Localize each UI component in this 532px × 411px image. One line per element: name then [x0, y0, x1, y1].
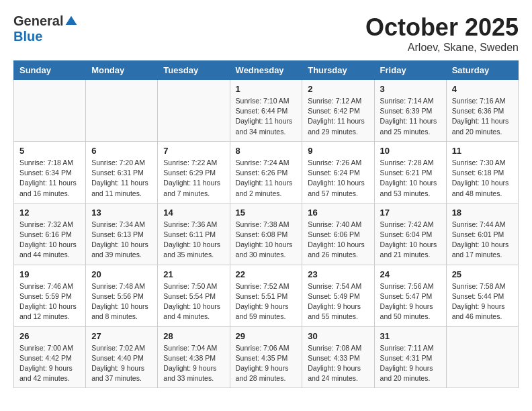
calendar-cell: 27Sunrise: 7:02 AM Sunset: 4:40 PM Dayli… — [86, 326, 158, 388]
day-info: Sunrise: 7:50 AM Sunset: 5:54 PM Dayligh… — [163, 281, 224, 322]
day-number: 24 — [380, 269, 441, 279]
calendar-cell: 29Sunrise: 7:06 AM Sunset: 4:35 PM Dayli… — [230, 326, 302, 388]
calendar-header-row: SundayMondayTuesdayWednesdayThursdayFrid… — [14, 61, 519, 80]
calendar-cell: 21Sunrise: 7:50 AM Sunset: 5:54 PM Dayli… — [158, 265, 230, 326]
calendar-cell: 11Sunrise: 7:30 AM Sunset: 6:18 PM Dayli… — [446, 141, 518, 203]
day-info: Sunrise: 7:26 AM Sunset: 6:24 PM Dayligh… — [308, 158, 368, 199]
day-info: Sunrise: 7:38 AM Sunset: 6:08 PM Dayligh… — [236, 220, 297, 261]
day-info: Sunrise: 7:52 AM Sunset: 5:51 PM Dayligh… — [236, 281, 297, 322]
calendar-cell: 3Sunrise: 7:14 AM Sunset: 6:39 PM Daylig… — [374, 80, 446, 142]
day-info: Sunrise: 7:24 AM Sunset: 6:26 PM Dayligh… — [236, 158, 297, 199]
calendar-cell: 20Sunrise: 7:48 AM Sunset: 5:56 PM Dayli… — [86, 265, 158, 326]
day-info: Sunrise: 7:08 AM Sunset: 4:33 PM Dayligh… — [308, 343, 368, 384]
day-info: Sunrise: 7:20 AM Sunset: 6:31 PM Dayligh… — [91, 158, 152, 199]
calendar-cell: 17Sunrise: 7:42 AM Sunset: 6:04 PM Dayli… — [374, 203, 446, 265]
day-info: Sunrise: 7:32 AM Sunset: 6:16 PM Dayligh… — [19, 220, 80, 261]
day-number: 26 — [19, 331, 80, 341]
weekday-header: Wednesday — [230, 61, 302, 80]
calendar-cell: 10Sunrise: 7:28 AM Sunset: 6:21 PM Dayli… — [374, 141, 446, 203]
day-info: Sunrise: 7:34 AM Sunset: 6:13 PM Dayligh… — [91, 220, 152, 261]
calendar-cell — [446, 326, 518, 388]
calendar-table: SundayMondayTuesdayWednesdayThursdayFrid… — [13, 60, 519, 388]
day-number: 29 — [236, 331, 297, 341]
calendar-week-row: 19Sunrise: 7:46 AM Sunset: 5:59 PM Dayli… — [14, 265, 519, 326]
day-number: 9 — [308, 146, 368, 156]
svg-marker-0 — [66, 15, 77, 24]
calendar-week-row: 1Sunrise: 7:10 AM Sunset: 6:44 PM Daylig… — [14, 80, 519, 142]
day-info: Sunrise: 7:30 AM Sunset: 6:18 PM Dayligh… — [452, 158, 513, 199]
page-header: General Blue October 2025 Arloev, Skane,… — [13, 13, 519, 54]
calendar-cell: 25Sunrise: 7:58 AM Sunset: 5:44 PM Dayli… — [446, 265, 518, 326]
day-number: 12 — [19, 208, 80, 218]
calendar-cell: 28Sunrise: 7:04 AM Sunset: 4:38 PM Dayli… — [158, 326, 230, 388]
calendar-week-row: 26Sunrise: 7:00 AM Sunset: 4:42 PM Dayli… — [14, 326, 519, 388]
day-info: Sunrise: 7:18 AM Sunset: 6:34 PM Dayligh… — [19, 158, 80, 199]
calendar-cell: 12Sunrise: 7:32 AM Sunset: 6:16 PM Dayli… — [14, 203, 86, 265]
calendar-cell — [86, 80, 158, 142]
day-info: Sunrise: 7:44 AM Sunset: 6:01 PM Dayligh… — [452, 220, 513, 261]
calendar-cell: 22Sunrise: 7:52 AM Sunset: 5:51 PM Dayli… — [230, 265, 302, 326]
weekday-header: Sunday — [14, 61, 86, 80]
day-info: Sunrise: 7:11 AM Sunset: 4:31 PM Dayligh… — [380, 343, 441, 384]
calendar-cell: 15Sunrise: 7:38 AM Sunset: 6:08 PM Dayli… — [230, 203, 302, 265]
day-number: 25 — [452, 269, 513, 279]
calendar-cell — [14, 80, 86, 142]
calendar-cell: 31Sunrise: 7:11 AM Sunset: 4:31 PM Dayli… — [374, 326, 446, 388]
calendar-cell: 24Sunrise: 7:56 AM Sunset: 5:47 PM Dayli… — [374, 265, 446, 326]
day-number: 21 — [163, 269, 224, 279]
day-info: Sunrise: 7:36 AM Sunset: 6:11 PM Dayligh… — [163, 220, 224, 261]
logo: General Blue — [13, 13, 78, 44]
weekday-header: Saturday — [446, 61, 518, 80]
day-number: 18 — [452, 208, 513, 218]
day-info: Sunrise: 7:00 AM Sunset: 4:42 PM Dayligh… — [19, 343, 80, 384]
weekday-header: Thursday — [302, 61, 374, 80]
calendar-cell: 23Sunrise: 7:54 AM Sunset: 5:49 PM Dayli… — [302, 265, 374, 326]
day-number: 10 — [380, 146, 441, 156]
calendar-cell: 13Sunrise: 7:34 AM Sunset: 6:13 PM Dayli… — [86, 203, 158, 265]
calendar-cell: 7Sunrise: 7:22 AM Sunset: 6:29 PM Daylig… — [158, 141, 230, 203]
weekday-header: Friday — [374, 61, 446, 80]
day-info: Sunrise: 7:14 AM Sunset: 6:39 PM Dayligh… — [380, 96, 441, 137]
day-info: Sunrise: 7:48 AM Sunset: 5:56 PM Dayligh… — [91, 281, 152, 322]
day-info: Sunrise: 7:56 AM Sunset: 5:47 PM Dayligh… — [380, 281, 441, 322]
day-info: Sunrise: 7:10 AM Sunset: 6:44 PM Dayligh… — [236, 96, 297, 137]
calendar-cell: 8Sunrise: 7:24 AM Sunset: 6:26 PM Daylig… — [230, 141, 302, 203]
day-number: 13 — [91, 208, 152, 218]
day-info: Sunrise: 7:46 AM Sunset: 5:59 PM Dayligh… — [19, 281, 80, 322]
day-number: 23 — [308, 269, 368, 279]
calendar-cell: 14Sunrise: 7:36 AM Sunset: 6:11 PM Dayli… — [158, 203, 230, 265]
day-info: Sunrise: 7:02 AM Sunset: 4:40 PM Dayligh… — [91, 343, 152, 384]
calendar-cell: 19Sunrise: 7:46 AM Sunset: 5:59 PM Dayli… — [14, 265, 86, 326]
calendar-cell: 1Sunrise: 7:10 AM Sunset: 6:44 PM Daylig… — [230, 80, 302, 142]
calendar-cell — [158, 80, 230, 142]
logo-blue-text: Blue — [13, 29, 42, 44]
weekday-header: Tuesday — [158, 61, 230, 80]
calendar-cell: 9Sunrise: 7:26 AM Sunset: 6:24 PM Daylig… — [302, 141, 374, 203]
day-number: 19 — [19, 269, 80, 279]
day-number: 14 — [163, 208, 224, 218]
day-info: Sunrise: 7:42 AM Sunset: 6:04 PM Dayligh… — [380, 220, 441, 261]
month-title: October 2025 — [365, 13, 519, 42]
day-number: 4 — [452, 84, 513, 94]
location-text: Arloev, Skane, Sweden — [365, 42, 519, 54]
day-number: 16 — [308, 208, 368, 218]
calendar-cell: 26Sunrise: 7:00 AM Sunset: 4:42 PM Dayli… — [14, 326, 86, 388]
day-number: 1 — [236, 84, 297, 94]
day-info: Sunrise: 7:28 AM Sunset: 6:21 PM Dayligh… — [380, 158, 441, 199]
day-info: Sunrise: 7:12 AM Sunset: 6:42 PM Dayligh… — [308, 96, 368, 137]
day-info: Sunrise: 7:54 AM Sunset: 5:49 PM Dayligh… — [308, 281, 368, 322]
day-number: 3 — [380, 84, 441, 94]
calendar-cell: 5Sunrise: 7:18 AM Sunset: 6:34 PM Daylig… — [14, 141, 86, 203]
calendar-cell: 4Sunrise: 7:16 AM Sunset: 6:36 PM Daylig… — [446, 80, 518, 142]
day-info: Sunrise: 7:04 AM Sunset: 4:38 PM Dayligh… — [163, 343, 224, 384]
day-number: 8 — [236, 146, 297, 156]
calendar-cell: 6Sunrise: 7:20 AM Sunset: 6:31 PM Daylig… — [86, 141, 158, 203]
day-info: Sunrise: 7:16 AM Sunset: 6:36 PM Dayligh… — [452, 96, 513, 137]
day-number: 22 — [236, 269, 297, 279]
day-number: 6 — [91, 146, 152, 156]
calendar-cell: 2Sunrise: 7:12 AM Sunset: 6:42 PM Daylig… — [302, 80, 374, 142]
calendar-cell: 16Sunrise: 7:40 AM Sunset: 6:06 PM Dayli… — [302, 203, 374, 265]
day-number: 17 — [380, 208, 441, 218]
logo-icon — [64, 15, 78, 28]
day-number: 28 — [163, 331, 224, 341]
